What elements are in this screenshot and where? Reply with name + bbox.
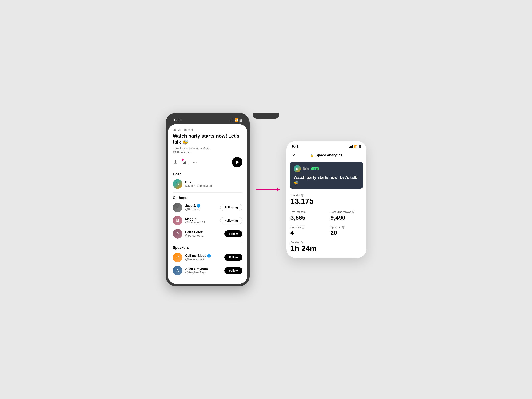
share-icon[interactable]: [173, 159, 178, 165]
live-listeners-value: 3,685: [290, 214, 322, 221]
host-badge: Host: [311, 167, 319, 170]
divider2: [173, 242, 242, 242]
more-icon[interactable]: [192, 159, 198, 165]
space-card: B Brie Host Watch party starts now! Let'…: [290, 162, 363, 189]
phone2-status-bar: 9:41 📶 ▓: [286, 141, 366, 150]
speakers-label: Speakers i: [330, 226, 362, 229]
speakers-stat: Speakers i 20: [330, 226, 362, 236]
cohost-name-petra: Petra Perez: [185, 230, 222, 234]
space-host-avatar: B: [294, 165, 301, 172]
tuned-in-value: 13,175: [290, 197, 362, 206]
cohosts-section-title: Co-hosts: [173, 196, 242, 200]
three-dots-icon: [193, 162, 197, 163]
phone1-content: Jan 24 · 1h 24m Watch party starts now! …: [168, 124, 247, 284]
cohost-handle-maggie: @domingo_124: [185, 221, 217, 224]
host-info: Brie @Sktch_ComedyFan: [185, 181, 242, 187]
cohost-avatar-maggie: M: [173, 216, 183, 226]
svg-marker-1: [236, 160, 239, 164]
host-avatar: B: [173, 179, 183, 189]
speaker-name-allen: Allen Grayham: [185, 267, 222, 271]
post-title: Watch party starts now! Let's talk 🐝: [173, 133, 242, 145]
speakers-value: 20: [330, 229, 362, 236]
phone2-signal-icon: [349, 145, 353, 148]
cohost-info-maggie: Maggie @domingo_124: [185, 217, 217, 224]
phone1-status-icons: 📶 ▓: [230, 118, 242, 122]
post-meta: Jan 24 · 1h 24m: [173, 128, 242, 131]
tuned-in-stat: Tuned in i 13,175: [290, 194, 362, 206]
phone2-wifi-icon: 📶: [354, 145, 358, 148]
cohosts-info-icon[interactable]: i: [302, 226, 304, 229]
cohost-name-maggie: Maggie: [185, 217, 217, 221]
cohost-info-petra: Petra Perez @PerezPetraz: [185, 230, 222, 237]
close-button[interactable]: ✕: [290, 152, 297, 158]
speaker-handle-bloco: @blocoperere2: [185, 258, 222, 261]
battery-icon: ▓: [240, 119, 242, 122]
speakers-info-icon[interactable]: i: [342, 226, 345, 229]
duration-stat: Duration i 1h 24m: [290, 241, 362, 253]
recording-replays-stat: Recording replays i 9,490: [330, 210, 362, 221]
speaker-handle-allen: @GrayhamSays: [185, 271, 222, 274]
cohosts-value: 4: [290, 229, 322, 236]
stat-row-listeners: Live listeners 3,685 Recording replays i…: [290, 210, 362, 221]
recording-replays-info-icon[interactable]: i: [352, 211, 355, 214]
phone2-status-icons: 📶 ▓: [349, 145, 361, 148]
wifi-icon: 📶: [234, 118, 238, 122]
cohost-handle-jaco: @IAmJacoJ: [185, 208, 217, 211]
stats-icon[interactable]: [183, 159, 188, 165]
phone2: 9:41 📶 ▓ ✕ 🔒 Space analytics: [286, 141, 366, 258]
follow-button-petra[interactable]: Follow: [224, 230, 242, 237]
speaker-avatar-bloco: C: [173, 253, 183, 262]
analytics-header: ✕ 🔒 Space analytics: [286, 150, 366, 162]
bars-chart-icon: [183, 160, 187, 164]
cohost-handle-petra: @PerezPetraz: [185, 234, 222, 237]
verified-icon-bloco: ✓: [207, 254, 211, 258]
duration-info-icon[interactable]: i: [301, 241, 304, 244]
cohost-row-petra: P Petra Perez @PerezPetraz Follow: [173, 229, 242, 239]
space-card-header: B Brie Host: [294, 165, 359, 172]
follow-button-jaco[interactable]: Following: [220, 204, 242, 211]
phone2-time: 9:41: [292, 145, 298, 148]
live-listeners-stat: Live listeners 3,685: [290, 210, 322, 221]
speaker-row-bloco: C Call me Bloco ✓ @blocoperere2 Follow: [173, 253, 242, 262]
host-section-title: Host: [173, 172, 242, 176]
signal-bars-icon: [230, 119, 233, 121]
speaker-avatar-allen: A: [173, 266, 183, 275]
recording-replays-value: 9,490: [330, 214, 362, 221]
svg-marker-3: [277, 188, 280, 191]
speaker-info-allen: Allen Grayham @GrayhamSays: [185, 267, 222, 274]
phone1-status-bar: 12:00 📶 ▓: [168, 115, 247, 124]
follow-button-allen[interactable]: Follow: [224, 267, 242, 274]
verified-icon-jaco: ✓: [197, 204, 200, 208]
cohost-avatar-jaco: J: [173, 203, 183, 212]
cohost-info-jaco: Jaco J. ✓ @IAmJacoJ: [185, 204, 217, 211]
post-actions: [173, 157, 242, 167]
speaker-name-bloco: Call me Bloco ✓: [185, 254, 222, 258]
cohosts-label: Co-hosts i: [290, 226, 322, 229]
live-listeners-label: Live listeners: [290, 210, 322, 214]
host-row: B Brie @Sktch_ComedyFan: [173, 179, 242, 189]
phone1: 12:00 📶 ▓ Jan 24 · 1h 24m Watch party st…: [166, 113, 250, 286]
cohost-row-jaco: J Jaco J. ✓ @IAmJacoJ Following: [173, 203, 242, 212]
host-name: Brie: [185, 181, 242, 184]
space-card-title: Watch party starts now! Let's talk 🐝: [294, 175, 359, 185]
analytics-body: Tuned in i 13,175 Live listeners 3,685 R…: [286, 193, 366, 258]
follow-button-maggie[interactable]: Following: [220, 217, 242, 224]
tuned-in-info-icon[interactable]: i: [301, 194, 304, 196]
arrow-section: [256, 185, 280, 194]
post-tuned: 13.1k tuned in: [173, 151, 242, 154]
cohost-row-maggie: M Maggie @domingo_124 Following: [173, 216, 242, 226]
speaker-row-allen: A Allen Grayham @GrayhamSays Follow: [173, 266, 242, 275]
cohosts-stat: Co-hosts i 4: [290, 226, 322, 236]
speaker-info-bloco: Call me Bloco ✓ @blocoperere2: [185, 254, 222, 261]
analytics-title: 🔒 Space analytics: [310, 153, 342, 157]
cohost-name-jaco: Jaco J. ✓: [185, 204, 217, 208]
tuned-in-label: Tuned in i: [290, 194, 362, 196]
host-handle: @Sktch_ComedyFan: [185, 184, 242, 187]
stat-row-cohosts: Co-hosts i 4 Speakers i 20: [290, 226, 362, 236]
cohost-avatar-petra: P: [173, 229, 183, 239]
play-button[interactable]: [232, 157, 242, 167]
space-host-name: Brie: [303, 167, 309, 171]
phone1-inner: Jan 24 · 1h 24m Watch party starts now! …: [168, 124, 247, 284]
follow-button-bloco[interactable]: Follow: [224, 254, 242, 261]
duration-label: Duration i: [290, 241, 362, 244]
